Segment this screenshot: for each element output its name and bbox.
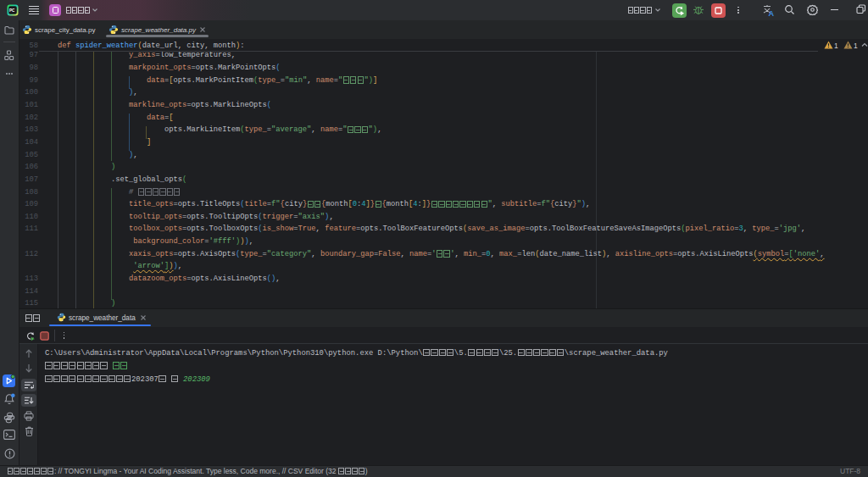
svg-text:A: A xyxy=(769,9,775,17)
svg-text:PC: PC xyxy=(9,8,15,13)
